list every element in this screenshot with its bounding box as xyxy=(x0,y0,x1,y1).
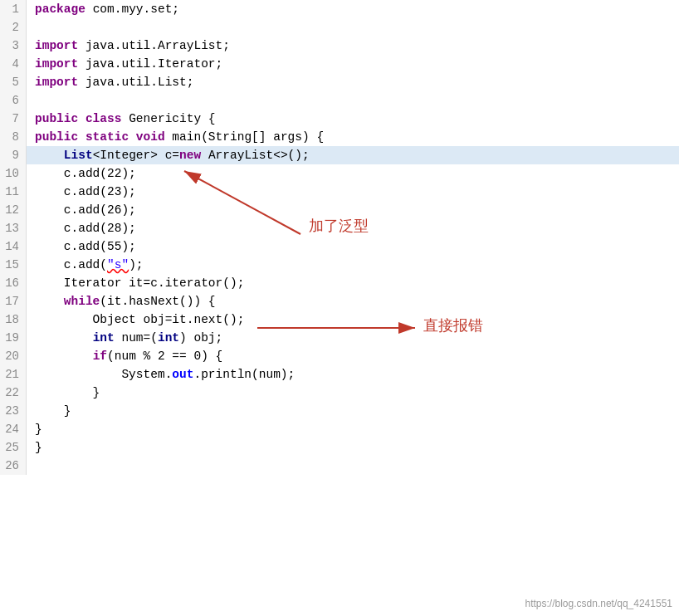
code-line: 15 c.add("s"); xyxy=(0,256,679,274)
code-line: 22 } xyxy=(0,384,679,402)
line-number: 6 xyxy=(0,91,27,110)
line-content: package com.myy.set; xyxy=(27,0,179,18)
line-number: 18 xyxy=(0,310,27,329)
line-number: 16 xyxy=(0,274,27,292)
code-line: 10 c.add(22); xyxy=(0,164,679,183)
line-number: 15 xyxy=(0,256,27,274)
line-number: 22 xyxy=(0,384,27,402)
line-content: c.add(28); xyxy=(27,219,136,237)
line-content: List<Integer> c=new ArrayList<>(); xyxy=(27,146,310,164)
code-line: 17 while(it.hasNext()) { xyxy=(0,292,679,310)
annotation-generics-label: 加了泛型 xyxy=(309,216,369,236)
line-content: if(num % 2 == 0) { xyxy=(27,347,222,365)
line-content: public static void main(String[] args) { xyxy=(27,128,324,146)
line-number: 10 xyxy=(0,164,27,183)
line-number: 19 xyxy=(0,329,27,347)
line-number: 11 xyxy=(0,183,27,201)
line-number: 7 xyxy=(0,110,27,128)
line-content xyxy=(27,457,35,475)
code-lines: 1package com.myy.set;23import java.util.… xyxy=(0,0,679,475)
code-line: 5import java.util.List; xyxy=(0,73,679,91)
line-number: 13 xyxy=(0,219,27,237)
code-line: 23 } xyxy=(0,402,679,420)
code-line: 4import java.util.Iterator; xyxy=(0,55,679,73)
code-line: 9 List<Integer> c=new ArrayList<>(); xyxy=(0,146,679,164)
line-content: c.add(26); xyxy=(27,201,136,219)
line-number: 21 xyxy=(0,365,27,384)
line-content: System.out.println(num); xyxy=(27,365,295,384)
line-content: c.add(22); xyxy=(27,164,136,183)
code-editor: 1package com.myy.set;23import java.util.… xyxy=(0,0,679,616)
annotation-error-label: 直接报错 xyxy=(423,315,483,335)
line-content: } xyxy=(27,438,42,457)
line-number: 23 xyxy=(0,402,27,420)
code-line: 3import java.util.ArrayList; xyxy=(0,37,679,55)
code-line: 21 System.out.println(num); xyxy=(0,365,679,384)
line-number: 4 xyxy=(0,55,27,73)
line-number: 24 xyxy=(0,420,27,438)
line-number: 14 xyxy=(0,237,27,256)
code-line: 25} xyxy=(0,438,679,457)
code-line: 11 c.add(23); xyxy=(0,183,679,201)
line-content: while(it.hasNext()) { xyxy=(27,292,216,310)
line-content: import java.util.List; xyxy=(27,73,193,91)
line-content: c.add(55); xyxy=(27,237,136,256)
line-content: c.add(23); xyxy=(27,183,136,201)
code-line: 2 xyxy=(0,18,679,37)
line-number: 3 xyxy=(0,37,27,55)
line-number: 26 xyxy=(0,457,27,475)
code-line: 1package com.myy.set; xyxy=(0,0,679,18)
code-line: 24} xyxy=(0,420,679,438)
line-number: 8 xyxy=(0,128,27,146)
line-number: 12 xyxy=(0,201,27,219)
line-number: 25 xyxy=(0,438,27,457)
line-number: 20 xyxy=(0,347,27,365)
code-line: 18 Object obj=it.next(); xyxy=(0,310,679,329)
line-content: Iterator it=c.iterator(); xyxy=(27,274,244,292)
line-content xyxy=(27,91,35,110)
code-line: 7public class Genericity { xyxy=(0,110,679,128)
code-line: 20 if(num % 2 == 0) { xyxy=(0,347,679,365)
line-content: import java.util.Iterator; xyxy=(27,55,222,73)
line-content: public class Genericity { xyxy=(27,110,216,128)
code-line: 26 xyxy=(0,457,679,475)
line-number: 9 xyxy=(0,146,27,164)
line-number: 1 xyxy=(0,0,27,18)
line-content: Object obj=it.next(); xyxy=(27,310,244,329)
watermark: https://blog.csdn.net/qq_4241551 xyxy=(525,598,672,609)
line-content: } xyxy=(27,420,42,438)
code-line: 19 int num=(int) obj; xyxy=(0,329,679,347)
line-number: 5 xyxy=(0,73,27,91)
line-content: int num=(int) obj; xyxy=(27,329,222,347)
code-line: 8public static void main(String[] args) … xyxy=(0,128,679,146)
line-content xyxy=(27,18,35,37)
line-content: c.add("s"); xyxy=(27,256,144,274)
line-number: 17 xyxy=(0,292,27,310)
code-line: 14 c.add(55); xyxy=(0,237,679,256)
code-line: 6 xyxy=(0,91,679,110)
line-number: 2 xyxy=(0,18,27,37)
line-content: } xyxy=(27,402,71,420)
line-content: import java.util.ArrayList; xyxy=(27,37,230,55)
line-content: } xyxy=(27,384,100,402)
code-line: 16 Iterator it=c.iterator(); xyxy=(0,274,679,292)
